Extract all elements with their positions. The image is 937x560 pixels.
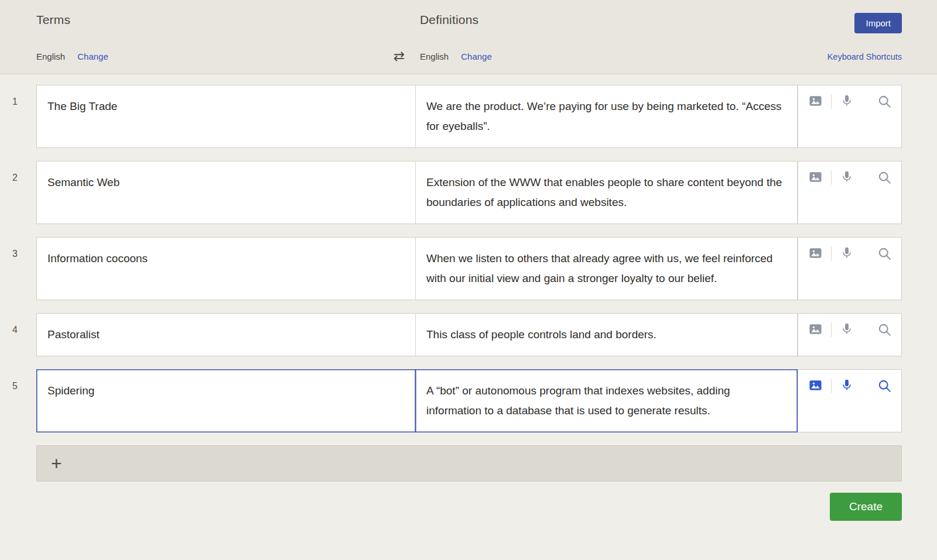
definition-input[interactable]: We are the product. We’re paying for use… [416, 85, 798, 148]
terms-language-group: English Change ⇄ [36, 50, 420, 63]
definition-input[interactable]: Extension of the WWW that enables people… [416, 161, 798, 224]
row-number: 3 [12, 249, 18, 259]
definitions-column-heading: Definitions [420, 13, 478, 26]
terms-column-heading: Terms [36, 13, 70, 26]
table-row: 1 The Big Trade We are the product. We’r… [36, 85, 902, 148]
search-icon[interactable] [877, 322, 892, 337]
term-input[interactable]: Pastoralist [36, 313, 416, 356]
terms-language-change-link[interactable]: Change [77, 51, 108, 61]
microphone-icon[interactable] [840, 170, 853, 183]
microphone-icon[interactable] [840, 322, 853, 335]
definitions-language-change-link[interactable]: Change [461, 51, 492, 61]
image-icon[interactable] [809, 170, 822, 184]
row-number: 1 [12, 97, 18, 107]
table-row: 4 Pastoralist This class of people contr… [36, 313, 902, 356]
microphone-icon[interactable] [840, 379, 853, 391]
definitions-language-group: English Change [420, 51, 827, 61]
card-list: 1 The Big Trade We are the product. We’r… [0, 74, 937, 521]
term-input[interactable]: Information cocoons [36, 237, 416, 300]
create-button[interactable]: Create [830, 493, 902, 521]
search-icon[interactable] [877, 379, 892, 393]
tools-divider [831, 94, 832, 109]
plus-icon: + [51, 454, 62, 473]
row-number: 5 [12, 381, 18, 391]
terms-language-label: English [36, 51, 65, 61]
row-tools [798, 237, 902, 300]
table-row: 2 Semantic Web Extension of the WWW that… [36, 161, 902, 224]
header: Terms Definitions Import English Change … [0, 0, 937, 74]
microphone-icon[interactable] [840, 94, 853, 107]
term-input[interactable]: The Big Trade [36, 85, 416, 148]
term-input[interactable]: Semantic Web [36, 161, 416, 224]
row-tools [798, 161, 902, 224]
row-tools [798, 85, 902, 148]
table-row-selected: 5 Spidering A “bot” or autonomous progra… [36, 369, 902, 432]
search-icon[interactable] [877, 246, 892, 261]
language-bar: English Change ⇄ English Change Keyboard… [36, 50, 902, 63]
definitions-language-label: English [420, 51, 449, 61]
header-top: Terms Definitions Import [36, 13, 902, 33]
microphone-icon[interactable] [840, 246, 853, 259]
term-input[interactable]: Spidering [36, 369, 416, 432]
search-icon[interactable] [877, 170, 892, 185]
import-button[interactable]: Import [854, 13, 902, 33]
tools-divider [831, 246, 832, 261]
image-icon[interactable] [809, 94, 822, 108]
add-row-button[interactable]: + [36, 445, 902, 482]
image-icon[interactable] [809, 322, 822, 336]
row-tools [798, 369, 902, 432]
row-number: 4 [12, 325, 18, 335]
row-tools [798, 313, 902, 356]
keyboard-shortcuts-link[interactable]: Keyboard Shortcuts [827, 52, 902, 61]
table-row: 3 Information cocoons When we listen to … [36, 237, 902, 300]
image-icon[interactable] [809, 379, 822, 392]
tools-divider [831, 379, 832, 393]
footer-actions: Create [36, 493, 902, 521]
definition-input[interactable]: When we listen to others that already ag… [416, 237, 798, 300]
definition-input[interactable]: A “bot” or autonomous program that index… [416, 369, 798, 432]
image-icon[interactable] [809, 246, 822, 260]
definition-input[interactable]: This class of people controls land and b… [416, 313, 798, 356]
tools-divider [831, 170, 832, 185]
row-number: 2 [12, 173, 18, 183]
tools-divider [831, 322, 832, 337]
swap-languages-icon[interactable]: ⇄ [394, 50, 405, 63]
search-icon[interactable] [877, 94, 892, 109]
